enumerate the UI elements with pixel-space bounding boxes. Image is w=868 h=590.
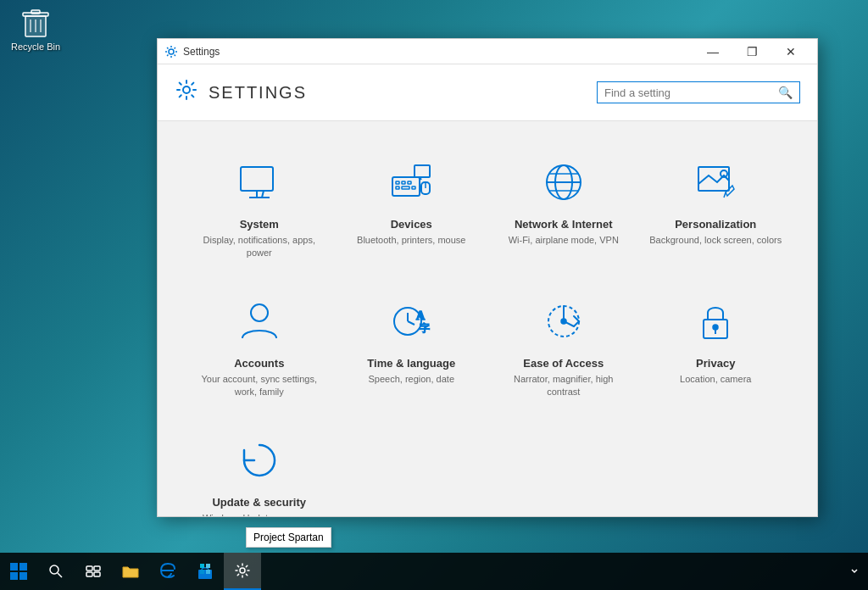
title-bar-icon [164, 45, 178, 58]
taskbar-task-view-button[interactable] [75, 553, 112, 590]
taskbar-search-button[interactable] [37, 553, 75, 590]
svg-line-30 [724, 192, 726, 198]
taskbar-settings[interactable] [224, 553, 261, 590]
system-desc: Display, notifications, apps, power [192, 234, 327, 260]
settings-item-time[interactable]: A 字 Time & language Speech, region, date [336, 277, 488, 416]
svg-rect-19 [415, 165, 430, 177]
tray-chevron[interactable] [848, 553, 861, 590]
svg-point-31 [251, 304, 268, 321]
system-icon [232, 155, 287, 209]
svg-point-7 [183, 86, 190, 93]
devices-desc: Bluetooth, printers, mouse [357, 234, 465, 247]
taskbar-tray [848, 553, 868, 590]
settings-header: SETTINGS 🔍 [158, 64, 817, 121]
devices-name: Devices [391, 218, 432, 231]
settings-gear-icon [175, 78, 198, 107]
svg-point-53 [240, 568, 245, 573]
title-bar-controls: — ❐ ✕ [693, 39, 810, 64]
svg-rect-15 [408, 181, 411, 184]
settings-window: Settings — ❐ ✕ SETTINGS 🔍 [157, 38, 818, 517]
svg-rect-52 [206, 570, 210, 574]
update-desc: Windows Update, recovery, backup [192, 512, 327, 516]
recycle-bin[interactable]: Recycle Bin [7, 4, 64, 53]
ease-desc: Narrator, magnifier, high contrast [496, 373, 632, 399]
minimize-button[interactable]: — [693, 39, 732, 64]
svg-line-11 [262, 191, 264, 198]
settings-grid: System Display, notifications, apps, pow… [158, 121, 817, 516]
personalization-name: Personalization [675, 218, 756, 231]
svg-rect-47 [94, 572, 100, 576]
tooltip-spartan: Project Spartan [246, 527, 331, 548]
settings-item-personalization[interactable]: Personalization Background, lock screen,… [640, 138, 793, 277]
personalization-desc: Background, lock screen, colors [649, 234, 782, 247]
settings-item-network[interactable]: Network & Internet Wi-Fi, airplane mode,… [487, 138, 640, 277]
taskbar [0, 553, 868, 590]
svg-point-38 [561, 319, 566, 324]
recycle-bin-icon [18, 4, 53, 40]
privacy-desc: Location, camera [680, 373, 751, 386]
svg-point-42 [50, 565, 58, 574]
ease-icon [537, 294, 591, 348]
settings-item-ease[interactable]: Ease of Access Narrator, magnifier, high… [487, 277, 640, 416]
settings-item-system[interactable]: System Display, notifications, apps, pow… [183, 138, 336, 277]
start-button[interactable] [0, 553, 37, 590]
svg-point-40 [713, 325, 718, 330]
settings-title-area: SETTINGS [175, 78, 307, 107]
title-bar: Settings — ❐ ✕ [158, 39, 817, 64]
svg-rect-18 [412, 186, 415, 189]
system-name: System [240, 218, 279, 231]
svg-line-34 [408, 321, 415, 325]
time-name: Time & language [367, 357, 455, 370]
search-icon: 🔍 [778, 86, 793, 99]
svg-rect-13 [396, 181, 399, 184]
svg-rect-2 [31, 10, 40, 14]
update-icon [232, 433, 287, 487]
svg-rect-50 [206, 564, 210, 568]
title-bar-text: Settings [183, 46, 693, 58]
network-icon [537, 155, 591, 209]
svg-rect-16 [396, 186, 399, 189]
settings-item-privacy[interactable]: Privacy Location, camera [640, 277, 793, 416]
svg-rect-46 [86, 572, 92, 576]
privacy-icon [688, 294, 743, 348]
accounts-icon [232, 294, 287, 348]
settings-item-update[interactable]: Update & security Windows Update, recove… [183, 416, 336, 516]
svg-line-43 [58, 573, 62, 577]
recycle-bin-label: Recycle Bin [11, 42, 60, 53]
desktop: Recycle Bin Settings — ❐ ✕ [0, 0, 868, 590]
time-desc: Speech, region, date [368, 373, 454, 386]
update-name: Update & security [212, 496, 306, 509]
privacy-name: Privacy [696, 357, 735, 370]
svg-text:字: 字 [420, 322, 430, 334]
settings-item-devices[interactable]: Devices Bluetooth, printers, mouse [336, 138, 488, 277]
svg-rect-49 [200, 564, 204, 568]
svg-rect-44 [86, 566, 92, 571]
svg-rect-14 [402, 181, 405, 184]
taskbar-file-explorer[interactable] [112, 553, 149, 590]
settings-search-input[interactable] [604, 86, 778, 99]
svg-rect-8 [241, 167, 273, 191]
accounts-name: Accounts [234, 357, 284, 370]
settings-title: SETTINGS [209, 83, 307, 103]
devices-icon [384, 155, 438, 209]
network-name: Network & Internet [515, 218, 613, 231]
ease-name: Ease of Access [523, 357, 604, 370]
personalization-icon [688, 155, 743, 209]
maximize-button[interactable]: ❐ [732, 39, 771, 64]
taskbar-app-icons [112, 553, 261, 590]
svg-point-6 [169, 49, 174, 54]
close-button[interactable]: ✕ [771, 39, 810, 64]
network-desc: Wi-Fi, airplane mode, VPN [509, 234, 619, 247]
settings-item-accounts[interactable]: Accounts Your account, sync settings, wo… [183, 277, 336, 416]
accounts-desc: Your account, sync settings, work, famil… [192, 373, 327, 399]
windows-logo-icon [10, 563, 27, 580]
svg-text:A: A [416, 309, 426, 322]
svg-rect-45 [94, 566, 100, 571]
taskbar-edge-browser[interactable] [149, 553, 186, 590]
svg-rect-17 [402, 186, 409, 189]
svg-rect-51 [200, 570, 204, 574]
time-icon: A 字 [384, 294, 438, 348]
taskbar-store[interactable] [186, 553, 224, 590]
settings-search-box[interactable]: 🔍 [597, 81, 800, 103]
